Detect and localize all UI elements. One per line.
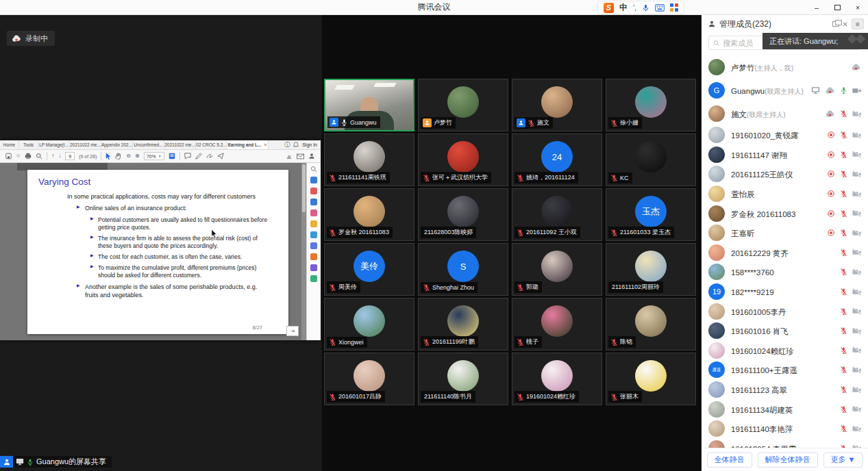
camera-off-icon[interactable] (852, 190, 861, 198)
zoom-level-select[interactable]: 70%▼ (144, 152, 164, 160)
camera-off-icon[interactable] (852, 288, 861, 296)
info-icon[interactable]: ⓘ (284, 142, 290, 148)
combine-tool-icon[interactable] (310, 220, 317, 227)
create-pdf-tool-icon[interactable] (310, 188, 317, 194)
video-tile[interactable]: 201611199叶鹏 (418, 298, 508, 351)
zoom-in-icon[interactable]: ⊕ (135, 153, 140, 159)
video-tile[interactable]: SShenghai Zhou (418, 243, 508, 296)
member-row[interactable]: 19 182****9219 (702, 282, 868, 302)
ime-toolbar[interactable]: S 中 ’, (597, 1, 684, 14)
close-panel-icon[interactable]: ✕ (843, 21, 848, 28)
more-tools-icon[interactable] (310, 275, 317, 282)
mic-muted-icon[interactable] (840, 366, 847, 374)
camera-off-icon[interactable] (852, 386, 861, 394)
mic-muted-icon[interactable] (840, 249, 847, 257)
mic-muted-icon[interactable] (840, 209, 847, 218)
pdf-document-tab[interactable]: LP Manage(t... (38, 140, 70, 149)
camera-off-icon[interactable] (852, 307, 861, 315)
video-tile[interactable]: 美伶周美伶 (324, 243, 414, 296)
ime-punctuation-toggle[interactable]: ’, (633, 4, 636, 12)
video-tile[interactable]: 陈铭 (606, 298, 696, 351)
video-tile[interactable]: 211611102周丽玲 (606, 243, 696, 296)
video-tile[interactable]: 张可＋武汉纺织大学 (418, 133, 508, 186)
star-icon[interactable]: ☆ (16, 153, 21, 159)
record-icon[interactable] (827, 170, 835, 178)
mic-on-icon[interactable] (840, 86, 847, 94)
screen-share-icon[interactable] (811, 86, 820, 94)
pencil-icon[interactable] (195, 153, 202, 160)
video-tile[interactable]: 24姚琦，201611124 (512, 133, 602, 186)
mic-muted-icon[interactable] (840, 151, 847, 159)
fill-sign-icon[interactable] (206, 153, 213, 160)
pdf-document-tab[interactable]: Appendix 202... (101, 140, 133, 149)
mic-muted-icon[interactable] (840, 346, 847, 355)
panel-menu-button[interactable]: ≡ (852, 18, 864, 29)
video-tile[interactable]: 徐小姗 (606, 79, 696, 131)
video-tile[interactable]: 191601024赖红珍 (512, 353, 602, 405)
camera-off-icon[interactable] (852, 327, 861, 335)
protect-tool-icon[interactable] (310, 253, 317, 260)
record-icon[interactable] (827, 190, 835, 198)
pdf-document-tab[interactable]: 20211022 me... (164, 140, 196, 149)
record-icon[interactable] (827, 131, 835, 139)
mute-all-button[interactable]: 全体静音 (707, 453, 752, 468)
record-icon[interactable] (827, 209, 835, 218)
member-row[interactable]: 施文(联席主持人) (702, 102, 868, 125)
ime-toolbox-icon[interactable] (670, 3, 678, 12)
organize-tool-icon[interactable] (310, 231, 317, 238)
member-row[interactable]: 191611140李艳萍 (702, 419, 868, 439)
popout-panel-icon[interactable] (832, 21, 839, 27)
record-icon[interactable] (827, 229, 835, 237)
video-tile[interactable]: 201611092 王小双 (512, 188, 602, 241)
video-tile[interactable]: 卢梦竹 (418, 79, 508, 131)
camera-off-icon[interactable] (852, 425, 861, 433)
camera-off-icon[interactable] (852, 249, 861, 256)
mic-muted-icon[interactable] (840, 110, 847, 118)
mic-muted-icon[interactable] (840, 405, 847, 413)
member-row[interactable]: 191601016 肖飞 (702, 321, 868, 341)
camera-off-icon[interactable] (852, 366, 861, 374)
mic-muted-icon[interactable] (840, 385, 847, 394)
mic-muted-icon[interactable] (840, 424, 847, 433)
pdf-document-area[interactable]: Varying Cost In some practical applicati… (0, 163, 321, 340)
ime-mic-icon[interactable] (642, 3, 649, 12)
member-row[interactable]: 罗金秋 201611083 (702, 203, 868, 223)
search-icon[interactable] (36, 153, 42, 160)
video-tile[interactable]: Guangwu (324, 79, 414, 131)
video-tile[interactable]: 211611140陈书月 (418, 353, 508, 405)
mic-muted-icon[interactable] (840, 190, 847, 198)
record-icon[interactable] (827, 151, 835, 159)
member-row[interactable]: 191612054 李思雯 (702, 439, 868, 448)
compress-tool-icon[interactable] (310, 242, 317, 249)
pdf-app-tab[interactable]: Tools (19, 140, 38, 149)
unmute-all-button[interactable]: 解除全体静音 (758, 453, 818, 468)
cloud-record-icon[interactable] (851, 63, 861, 71)
member-list[interactable]: 卢梦竹(主持人，我) G Guangwu(联席主持人) 施文(联席主持人) 19… (702, 54, 868, 448)
pdf-document-tab[interactable]: Unconfirmed... (133, 140, 164, 149)
pdf-document-tab[interactable]: 02 CROC 5.2... (196, 140, 227, 149)
pdf-scrollbar[interactable] (301, 163, 306, 340)
member-row[interactable]: 191601020_黄锐露 (702, 125, 868, 145)
page-down-icon[interactable]: ↓ (58, 153, 61, 159)
member-row[interactable]: 191601005李丹 (702, 301, 868, 321)
account-icon[interactable] (308, 153, 315, 160)
member-row[interactable]: 萱怡辰 (702, 184, 868, 204)
camera-off-icon[interactable] (852, 110, 861, 118)
mic-muted-icon[interactable] (840, 327, 847, 335)
tools-search-icon[interactable] (310, 166, 317, 173)
mail-icon[interactable] (297, 153, 304, 160)
minimize-button[interactable]: – (806, 0, 827, 15)
member-row[interactable]: 158****3760 (702, 262, 868, 282)
sogou-logo-icon[interactable]: S (604, 3, 614, 13)
comment-icon[interactable] (184, 153, 191, 160)
member-row[interactable]: 201611125王皓仪 (702, 164, 868, 184)
sign-in-link[interactable]: Sign In (302, 142, 317, 147)
camera-off-icon[interactable] (852, 346, 861, 354)
mic-muted-icon[interactable] (840, 131, 847, 139)
video-tile[interactable]: 201601017吕静 (324, 353, 414, 405)
video-tile[interactable]: 张丽木 (606, 353, 696, 405)
mic-muted-icon[interactable] (840, 170, 847, 178)
scroll-corner-button[interactable]: ⇥ (286, 326, 299, 336)
sign-tool-icon[interactable] (310, 264, 317, 271)
video-tile[interactable]: 玉杰211601033 梁玉杰 (606, 188, 696, 241)
